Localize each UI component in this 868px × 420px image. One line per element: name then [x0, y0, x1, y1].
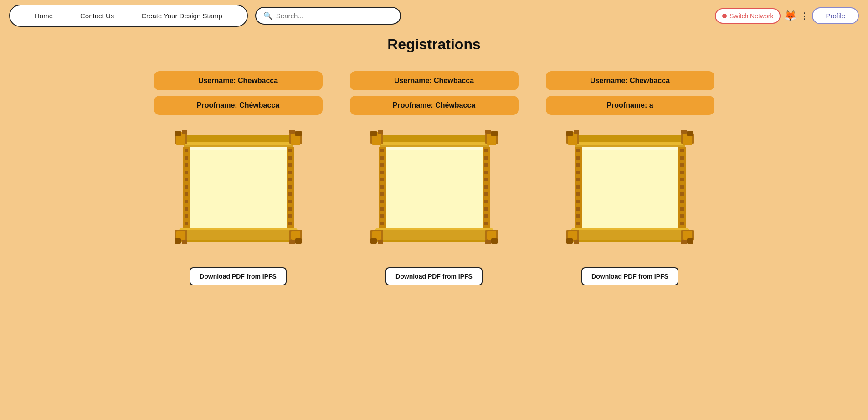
metamask-icon[interactable]: 🦊 — [784, 10, 796, 22]
svg-rect-60 — [380, 149, 384, 152]
svg-rect-64 — [380, 178, 384, 181]
svg-rect-106 — [681, 130, 687, 134]
svg-rect-45 — [295, 238, 302, 244]
nav-create[interactable]: Create Your Design Stamp — [128, 9, 236, 22]
svg-rect-61 — [380, 156, 384, 160]
svg-rect-105 — [687, 131, 693, 136]
switch-network-label: Switch Network — [729, 12, 773, 20]
svg-rect-142 — [681, 240, 687, 244]
svg-rect-115 — [576, 200, 580, 203]
svg-rect-47 — [190, 147, 287, 150]
svg-rect-28 — [288, 178, 292, 181]
username-badge-0: Username: Chewbacca — [154, 71, 323, 90]
svg-rect-140 — [574, 240, 579, 244]
svg-rect-77 — [484, 185, 488, 189]
svg-rect-14 — [185, 163, 188, 167]
svg-rect-15 — [185, 171, 188, 174]
svg-rect-10 — [289, 130, 295, 134]
svg-rect-74 — [484, 163, 488, 167]
nav-contact[interactable]: Contact Us — [67, 9, 128, 22]
svg-rect-78 — [484, 192, 488, 196]
svg-rect-50 — [373, 135, 496, 142]
svg-rect-46 — [289, 240, 295, 244]
svg-rect-7 — [175, 131, 181, 136]
svg-rect-33 — [288, 214, 292, 218]
svg-rect-124 — [680, 178, 684, 181]
svg-rect-19 — [185, 200, 188, 203]
svg-rect-126 — [680, 192, 684, 196]
registration-card-2: Username: ChewbaccaProofname: a — [546, 71, 714, 285]
svg-rect-31 — [288, 200, 292, 203]
svg-rect-92 — [378, 240, 383, 244]
svg-rect-21 — [185, 214, 188, 218]
svg-rect-141 — [687, 238, 693, 244]
svg-rect-131 — [582, 147, 678, 230]
svg-rect-32 — [288, 207, 292, 211]
registrations-grid: Username: ChewbaccaProofname: Chéwbacca — [0, 71, 868, 285]
svg-rect-109 — [576, 156, 580, 160]
svg-rect-56 — [378, 130, 383, 134]
svg-rect-114 — [576, 192, 580, 196]
svg-rect-18 — [185, 192, 188, 196]
svg-rect-17 — [185, 185, 188, 189]
search-bar: 🔍 — [255, 7, 401, 25]
download-button-2[interactable]: Download PDF from IPFS — [581, 267, 678, 285]
svg-rect-117 — [576, 214, 580, 218]
svg-rect-13 — [185, 156, 188, 160]
svg-rect-63 — [380, 171, 384, 174]
svg-rect-34 — [288, 222, 292, 225]
svg-rect-127 — [680, 200, 684, 203]
svg-rect-76 — [484, 178, 488, 181]
svg-rect-111 — [576, 171, 580, 174]
svg-rect-44 — [182, 240, 187, 244]
svg-rect-2 — [177, 135, 300, 142]
svg-rect-98 — [569, 135, 692, 142]
more-options-icon[interactable]: ⋮ — [800, 11, 808, 21]
svg-rect-103 — [566, 131, 573, 136]
svg-rect-128 — [680, 207, 684, 211]
svg-rect-69 — [380, 214, 384, 218]
svg-rect-125 — [680, 185, 684, 189]
svg-rect-94 — [485, 240, 491, 244]
svg-rect-68 — [380, 207, 384, 211]
nav-home[interactable]: Home — [21, 9, 67, 22]
proofname-badge-0: Proofname: Chéwbacca — [154, 96, 323, 115]
svg-rect-24 — [288, 149, 292, 152]
svg-rect-67 — [380, 200, 384, 203]
scroll-image-0 — [175, 125, 302, 257]
switch-network-button[interactable]: Switch Network — [715, 8, 781, 24]
svg-rect-82 — [484, 222, 488, 225]
svg-rect-27 — [288, 171, 292, 174]
svg-rect-91 — [370, 238, 377, 244]
download-button-1[interactable]: Download PDF from IPFS — [385, 267, 483, 285]
svg-rect-95 — [386, 147, 483, 150]
profile-button[interactable]: Profile — [812, 7, 859, 24]
proofname-badge-2: Proofname: a — [546, 96, 714, 115]
svg-rect-62 — [380, 163, 384, 167]
svg-rect-8 — [182, 130, 187, 134]
nav-bar: Home Contact Us Create Your Design Stamp — [9, 5, 248, 27]
svg-rect-20 — [185, 207, 188, 211]
svg-rect-122 — [680, 163, 684, 167]
search-icon: 🔍 — [263, 11, 272, 20]
svg-rect-118 — [576, 222, 580, 225]
search-input[interactable] — [276, 12, 393, 20]
download-button-0[interactable]: Download PDF from IPFS — [190, 267, 287, 285]
svg-rect-129 — [680, 214, 684, 218]
svg-rect-22 — [185, 222, 188, 225]
svg-rect-57 — [491, 131, 498, 136]
svg-rect-80 — [484, 207, 488, 211]
proofname-badge-1: Proofname: Chéwbacca — [350, 96, 519, 115]
svg-rect-73 — [484, 156, 488, 160]
svg-rect-16 — [185, 178, 188, 181]
registration-card-1: Username: ChewbaccaProofname: Chéwbacca — [350, 71, 519, 285]
svg-rect-113 — [576, 185, 580, 189]
svg-rect-55 — [370, 131, 377, 136]
svg-rect-104 — [574, 130, 579, 134]
scroll-image-1 — [370, 125, 498, 257]
header: Home Contact Us Create Your Design Stamp… — [0, 0, 868, 31]
registration-card-0: Username: ChewbaccaProofname: Chéwbacca — [154, 71, 323, 285]
page-title: Registrations — [0, 36, 868, 53]
svg-rect-93 — [491, 238, 498, 244]
network-dot — [722, 14, 727, 18]
